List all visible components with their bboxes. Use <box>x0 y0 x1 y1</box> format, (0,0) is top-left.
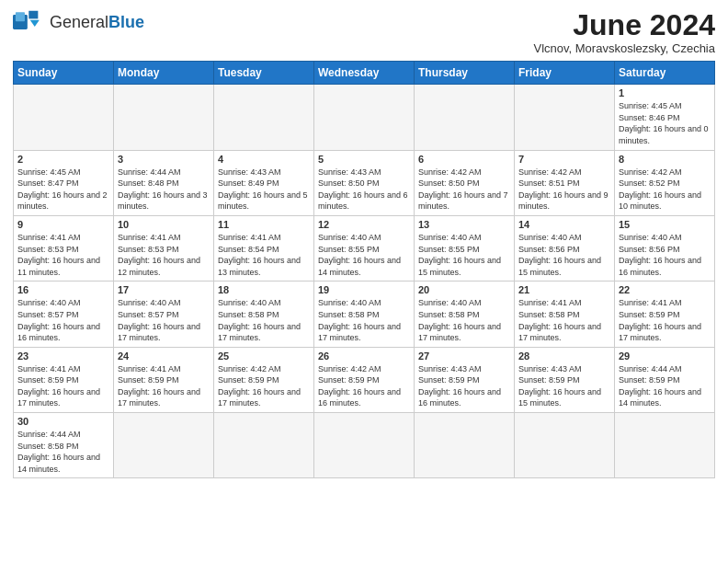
day-cell <box>114 413 214 478</box>
day-info: Sunrise: 4:42 AM Sunset: 8:59 PM Dayligh… <box>318 363 410 409</box>
day-info: Sunrise: 4:41 AM Sunset: 8:53 PM Dayligh… <box>118 232 210 278</box>
day-cell <box>314 85 415 150</box>
day-cell: 7Sunrise: 4:42 AM Sunset: 8:51 PM Daylig… <box>515 150 615 215</box>
day-info: Sunrise: 4:43 AM Sunset: 8:59 PM Dayligh… <box>518 363 610 409</box>
day-number: 9 <box>17 219 109 230</box>
day-info: Sunrise: 4:44 AM Sunset: 8:59 PM Dayligh… <box>619 363 711 409</box>
day-cell <box>14 85 114 150</box>
day-number: 23 <box>17 350 109 362</box>
day-number: 3 <box>118 154 210 165</box>
week-row-6: 30Sunrise: 4:44 AM Sunset: 8:58 PM Dayli… <box>14 413 715 478</box>
day-info: Sunrise: 4:42 AM Sunset: 8:52 PM Dayligh… <box>619 167 711 213</box>
day-number: 20 <box>418 284 510 295</box>
day-number: 4 <box>218 154 310 165</box>
day-cell <box>415 413 515 478</box>
day-cell: 10Sunrise: 4:41 AM Sunset: 8:53 PM Dayli… <box>114 215 214 281</box>
day-cell: 12Sunrise: 4:40 AM Sunset: 8:55 PM Dayli… <box>314 215 415 281</box>
weekday-header-row: SundayMondayTuesdayWednesdayThursdayFrid… <box>14 62 715 85</box>
day-cell: 22Sunrise: 4:41 AM Sunset: 8:59 PM Dayli… <box>615 282 715 347</box>
day-info: Sunrise: 4:44 AM Sunset: 8:58 PM Dayligh… <box>17 429 109 475</box>
day-info: Sunrise: 4:40 AM Sunset: 8:57 PM Dayligh… <box>118 297 210 343</box>
weekday-monday: Monday <box>114 62 214 85</box>
month-title: June 2024 <box>534 9 715 41</box>
day-cell: 15Sunrise: 4:40 AM Sunset: 8:56 PM Dayli… <box>615 215 715 281</box>
day-cell <box>415 85 515 150</box>
day-number: 30 <box>17 416 109 427</box>
day-number: 11 <box>218 219 310 230</box>
day-info: Sunrise: 4:42 AM Sunset: 8:59 PM Dayligh… <box>218 363 310 409</box>
day-number: 8 <box>619 154 711 165</box>
day-number: 12 <box>318 219 410 230</box>
day-cell <box>515 85 615 150</box>
day-cell: 26Sunrise: 4:42 AM Sunset: 8:59 PM Dayli… <box>314 347 415 412</box>
weekday-saturday: Saturday <box>615 62 715 85</box>
svg-rect-1 <box>16 12 25 21</box>
logo: GeneralBlue <box>13 9 144 35</box>
day-number: 25 <box>218 350 310 362</box>
day-number: 5 <box>318 154 410 165</box>
day-info: Sunrise: 4:41 AM Sunset: 8:59 PM Dayligh… <box>619 297 711 343</box>
day-info: Sunrise: 4:40 AM Sunset: 8:55 PM Dayligh… <box>418 232 510 278</box>
day-number: 17 <box>118 284 210 295</box>
day-info: Sunrise: 4:43 AM Sunset: 8:49 PM Dayligh… <box>218 167 310 213</box>
svg-marker-2 <box>28 11 38 19</box>
svg-marker-3 <box>30 20 40 27</box>
day-cell: 9Sunrise: 4:41 AM Sunset: 8:53 PM Daylig… <box>14 215 114 281</box>
day-cell: 27Sunrise: 4:43 AM Sunset: 8:59 PM Dayli… <box>415 347 515 412</box>
day-number: 21 <box>518 284 610 295</box>
day-cell: 6Sunrise: 4:42 AM Sunset: 8:50 PM Daylig… <box>415 150 515 215</box>
logo-text: GeneralBlue <box>50 13 144 32</box>
day-cell <box>214 413 314 478</box>
day-number: 29 <box>619 350 711 362</box>
day-info: Sunrise: 4:43 AM Sunset: 8:50 PM Dayligh… <box>318 167 410 213</box>
day-cell: 23Sunrise: 4:41 AM Sunset: 8:59 PM Dayli… <box>14 347 114 412</box>
day-cell: 14Sunrise: 4:40 AM Sunset: 8:56 PM Dayli… <box>515 215 615 281</box>
day-cell: 8Sunrise: 4:42 AM Sunset: 8:52 PM Daylig… <box>615 150 715 215</box>
calendar-table: SundayMondayTuesdayWednesdayThursdayFrid… <box>13 61 715 478</box>
week-row-4: 16Sunrise: 4:40 AM Sunset: 8:57 PM Dayli… <box>14 282 715 347</box>
day-info: Sunrise: 4:45 AM Sunset: 8:47 PM Dayligh… <box>17 167 109 213</box>
title-block: June 2024 Vlcnov, Moravskoslezsky, Czech… <box>534 9 715 55</box>
day-info: Sunrise: 4:43 AM Sunset: 8:59 PM Dayligh… <box>418 363 510 409</box>
day-cell: 29Sunrise: 4:44 AM Sunset: 8:59 PM Dayli… <box>615 347 715 412</box>
weekday-thursday: Thursday <box>415 62 515 85</box>
day-info: Sunrise: 4:45 AM Sunset: 8:46 PM Dayligh… <box>619 100 711 146</box>
day-cell <box>214 85 314 150</box>
day-info: Sunrise: 4:44 AM Sunset: 8:48 PM Dayligh… <box>118 167 210 213</box>
day-cell: 2Sunrise: 4:45 AM Sunset: 8:47 PM Daylig… <box>14 150 114 215</box>
day-cell: 25Sunrise: 4:42 AM Sunset: 8:59 PM Dayli… <box>214 347 314 412</box>
day-cell <box>314 413 415 478</box>
day-number: 15 <box>619 219 711 230</box>
day-number: 1 <box>619 87 711 98</box>
day-number: 2 <box>17 154 109 165</box>
header: GeneralBlue June 2024 Vlcnov, Moravskosl… <box>13 9 715 55</box>
day-number: 22 <box>619 284 711 295</box>
day-number: 26 <box>318 350 410 362</box>
day-info: Sunrise: 4:40 AM Sunset: 8:58 PM Dayligh… <box>318 297 410 343</box>
day-info: Sunrise: 4:41 AM Sunset: 8:59 PM Dayligh… <box>17 363 109 409</box>
day-info: Sunrise: 4:40 AM Sunset: 8:58 PM Dayligh… <box>218 297 310 343</box>
logo-svg <box>13 9 46 35</box>
day-info: Sunrise: 4:40 AM Sunset: 8:57 PM Dayligh… <box>17 297 109 343</box>
week-row-5: 23Sunrise: 4:41 AM Sunset: 8:59 PM Dayli… <box>14 347 715 412</box>
day-cell: 17Sunrise: 4:40 AM Sunset: 8:57 PM Dayli… <box>114 282 214 347</box>
week-row-2: 2Sunrise: 4:45 AM Sunset: 8:47 PM Daylig… <box>14 150 715 215</box>
day-cell: 16Sunrise: 4:40 AM Sunset: 8:57 PM Dayli… <box>14 282 114 347</box>
day-info: Sunrise: 4:41 AM Sunset: 8:59 PM Dayligh… <box>118 363 210 409</box>
day-number: 10 <box>118 219 210 230</box>
weekday-tuesday: Tuesday <box>214 62 314 85</box>
day-cell: 11Sunrise: 4:41 AM Sunset: 8:54 PM Dayli… <box>214 215 314 281</box>
day-info: Sunrise: 4:42 AM Sunset: 8:51 PM Dayligh… <box>518 167 610 213</box>
day-info: Sunrise: 4:40 AM Sunset: 8:56 PM Dayligh… <box>619 232 711 278</box>
day-number: 27 <box>418 350 510 362</box>
day-cell: 4Sunrise: 4:43 AM Sunset: 8:49 PM Daylig… <box>214 150 314 215</box>
day-cell: 13Sunrise: 4:40 AM Sunset: 8:55 PM Dayli… <box>415 215 515 281</box>
day-cell: 18Sunrise: 4:40 AM Sunset: 8:58 PM Dayli… <box>214 282 314 347</box>
day-info: Sunrise: 4:40 AM Sunset: 8:56 PM Dayligh… <box>518 232 610 278</box>
day-info: Sunrise: 4:40 AM Sunset: 8:58 PM Dayligh… <box>418 297 510 343</box>
day-number: 28 <box>518 350 610 362</box>
day-cell <box>515 413 615 478</box>
day-cell <box>615 413 715 478</box>
day-info: Sunrise: 4:42 AM Sunset: 8:50 PM Dayligh… <box>418 167 510 213</box>
day-info: Sunrise: 4:41 AM Sunset: 8:58 PM Dayligh… <box>518 297 610 343</box>
